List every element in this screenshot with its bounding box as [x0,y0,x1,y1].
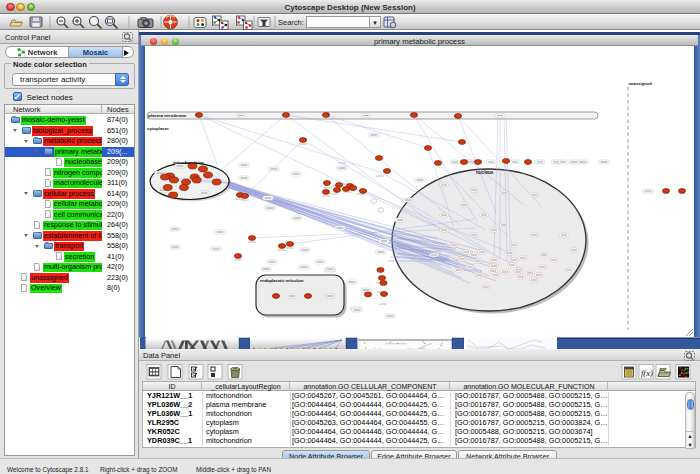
svg-text:plasma membrane: plasma membrane [148,113,187,118]
svg-text:mitochondrion: mitochondrion [173,160,204,165]
svg-text:unassigned: unassigned [629,81,653,86]
svg-text:f(x): f(x) [641,368,653,378]
svg-text:nucleus: nucleus [476,170,494,175]
svg-text:endoplasmic reticulum: endoplasmic reticulum [260,278,304,283]
svg-text:cytoplasm: cytoplasm [147,126,169,131]
